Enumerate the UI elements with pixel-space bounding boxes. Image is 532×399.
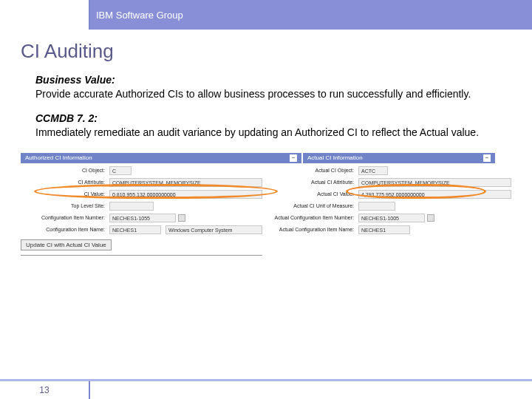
header-spacer [0, 0, 90, 30]
field-label: Top Level Site: [21, 203, 109, 208]
field-label: Actual CI Value: [270, 191, 358, 197]
lookup-icon[interactable] [427, 214, 434, 222]
collapse-icon[interactable]: − [290, 154, 297, 162]
left-column: CI Object:C CI Attribute:COMPUTERSYSTEM_… [21, 166, 262, 256]
field-value[interactable]: NECHES1-1055 [109, 214, 176, 222]
update-ci-button[interactable]: Update CI with Actual CI Value [21, 239, 112, 250]
ccmdb-section: CCMDB 7. 2: Immediately remediate an aud… [35, 112, 502, 140]
field-label: Actual CI Attribute: [270, 180, 358, 185]
field-label: CI Value: [21, 191, 109, 197]
left-panel-title: Authorized CI Information [25, 154, 92, 161]
right-panel-title: Actual CI Information [307, 154, 363, 161]
lookup-icon[interactable] [178, 214, 185, 222]
field-value[interactable]: NECHES1 [109, 225, 161, 234]
field-value[interactable]: 0,810,955,132.0000000000 [109, 190, 262, 199]
field-label: Actual Configuration Item Number: [270, 215, 358, 220]
field-value[interactable] [109, 202, 154, 211]
field-label: Actual CI Unit of Measure: [270, 203, 358, 208]
collapse-icon[interactable]: − [483, 154, 491, 162]
body-content: Business Value: Provide accurate Authori… [0, 73, 532, 140]
left-panel-header: Authorized CI Information − [21, 153, 301, 163]
field-label: Actual Configuration Item Name: [270, 227, 358, 232]
slide-title: CI Auditing [0, 30, 532, 73]
header-title: IBM Software Group [90, 0, 532, 30]
field-value[interactable]: ACTC [358, 166, 388, 175]
ccmdb-label: CCMDB 7. 2: [35, 112, 98, 124]
footer-spacer [90, 381, 532, 399]
business-value-section: Business Value: Provide accurate Authori… [35, 73, 502, 101]
slide-header: IBM Software Group [0, 0, 532, 30]
ccmdb-text: Immediately remediate an audit variance … [35, 126, 479, 138]
field-label: Actual CI Object: [270, 168, 358, 173]
field-value[interactable]: COMPUTERSYSTEM_MEMORYSIZE [358, 178, 511, 187]
business-value-text: Provide accurate Authorized CIs to allow… [35, 88, 471, 100]
page-number: 13 [0, 381, 90, 399]
field-label: CI Object: [21, 168, 109, 173]
screenshot-mock: Authorized CI Information − Actual CI In… [21, 153, 511, 256]
right-column: Actual CI Object:ACTC Actual CI Attribut… [270, 166, 511, 256]
field-label: CI Attribute: [21, 180, 109, 185]
divider [21, 255, 262, 256]
business-value-label: Business Value: [35, 74, 115, 86]
slide-footer: 13 [0, 381, 532, 399]
field-value[interactable]: C [109, 166, 132, 175]
field-label: Configuration Item Number: [21, 215, 109, 220]
field-value[interactable]: NECHES1-1005 [358, 214, 425, 222]
field-value[interactable]: Windows Computer System [166, 225, 262, 234]
right-panel-header: Actual CI Information − [303, 153, 495, 163]
field-value[interactable]: COMPUTERSYSTEM_MEMORYSIZE [109, 178, 262, 187]
field-label: Configuration Item Name: [21, 227, 109, 232]
field-value[interactable]: NECHES1 [358, 225, 410, 234]
field-value[interactable]: 4,293,775,952.0000000000 [358, 190, 511, 199]
field-value[interactable] [358, 202, 395, 211]
